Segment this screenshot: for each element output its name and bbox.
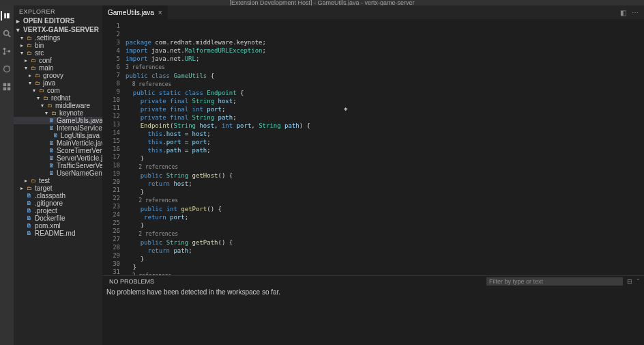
svg-rect-8 xyxy=(3,83,6,86)
tree-item-label: target xyxy=(35,184,53,192)
tree-item-label: Dockerfile xyxy=(35,215,65,222)
tab-label: GameUtils.java xyxy=(108,9,154,16)
tree-item-label: ServerVerticle.java xyxy=(57,154,102,162)
tree-item-label: TrafficServerVertl… xyxy=(57,162,102,169)
file-icon: 🗎 xyxy=(49,163,55,169)
tree-folder[interactable]: ▾🗀.settings xyxy=(14,34,102,42)
problems-message: No problems have been detected in the wo… xyxy=(102,287,644,297)
tree-item-label: GameUtils.java xyxy=(57,117,102,124)
tree-item-label: groovy xyxy=(43,72,63,79)
chevron-icon: ▸ xyxy=(25,57,30,64)
tree-item-label: com xyxy=(47,87,60,94)
tree-folder[interactable]: ▾🗀middleware xyxy=(14,102,102,109)
folder-icon: 🗀 xyxy=(34,80,41,87)
chevron-icon: ▸ xyxy=(25,177,30,184)
tree-folder[interactable]: ▸🗀bin xyxy=(14,42,102,49)
project-section[interactable]: ▾ VERTX-GAME-SERVER xyxy=(14,25,102,34)
activity-bar xyxy=(0,5,14,345)
folder-icon: 🗀 xyxy=(46,102,53,109)
debug-icon[interactable] xyxy=(2,64,12,74)
svg-point-6 xyxy=(8,50,11,53)
tree-file[interactable]: 🗎ScoreTimerVerticl… xyxy=(14,147,102,154)
tree-file[interactable]: 🗎Dockerfile xyxy=(14,215,102,222)
tree-file[interactable]: 🗎TrafficServerVertl… xyxy=(14,162,102,169)
chevron-down-icon: ▾ xyxy=(16,27,22,33)
folder-icon: 🗀 xyxy=(30,57,37,64)
mouse-cursor-icon: ⌖ xyxy=(344,105,348,113)
tree-file[interactable]: 🗎README.md xyxy=(14,230,102,237)
chevron-icon: ▾ xyxy=(20,34,26,42)
problems-tab[interactable]: NO PROBLEMS xyxy=(106,277,157,286)
editor-tab[interactable]: GameUtils.java × xyxy=(102,5,169,19)
close-panel-icon[interactable]: ˅ xyxy=(636,278,640,285)
source-control-icon[interactable] xyxy=(2,46,12,56)
tree-item-label: MainVerticle.java xyxy=(57,139,102,147)
tree-file[interactable]: 🗎.project xyxy=(14,207,102,215)
tree-item-label: README.md xyxy=(35,230,75,237)
tree-item-label: LogUtils.java xyxy=(61,132,100,139)
tree-item-label: java xyxy=(43,79,55,87)
svg-rect-11 xyxy=(8,87,10,90)
editor-area: GameUtils.java × ◧ ⋯ 1234567891011121314… xyxy=(102,5,644,345)
tree-folder[interactable]: ▾🗀main xyxy=(14,64,102,72)
tree-file[interactable]: 🗎.gitignore xyxy=(14,199,102,207)
explorer-icon[interactable] xyxy=(1,11,10,20)
svg-point-5 xyxy=(3,53,6,55)
tree-file[interactable]: 🗎.classpath xyxy=(14,192,102,199)
close-icon[interactable]: × xyxy=(158,9,162,16)
tree-file[interactable]: 🗎LogUtils.java xyxy=(14,132,102,139)
folder-icon: 🗀 xyxy=(26,35,33,42)
problems-panel: NO PROBLEMS ⊟ ˅ No problems have been de… xyxy=(102,275,644,345)
tree-folder[interactable]: ▾🗀com xyxy=(14,87,102,94)
folder-icon: 🗀 xyxy=(26,185,33,192)
chevron-icon: ▸ xyxy=(29,72,34,79)
tab-row: GameUtils.java × ◧ ⋯ xyxy=(102,5,644,19)
tree-item-label: .classpath xyxy=(35,192,65,199)
chevron-right-icon: ▸ xyxy=(16,18,22,25)
open-editors-section[interactable]: ▸ OPEN EDITORS xyxy=(14,16,102,25)
folder-icon: 🗀 xyxy=(30,178,37,184)
tree-folder[interactable]: ▸🗀target xyxy=(14,184,102,192)
tree-folder[interactable]: ▸🗀conf xyxy=(14,57,102,64)
chevron-icon: ▾ xyxy=(41,102,46,109)
file-icon: 🗎 xyxy=(26,215,33,222)
tree-item-label: redhat xyxy=(51,94,70,102)
folder-icon: 🗀 xyxy=(26,50,33,57)
folder-icon: 🗀 xyxy=(42,95,49,102)
filter-input[interactable] xyxy=(486,277,623,286)
tree-file[interactable]: 🗎GameUtils.java xyxy=(14,117,102,124)
svg-rect-10 xyxy=(3,87,6,90)
tree-folder[interactable]: ▸🗀test xyxy=(14,177,102,184)
tree-item-label: middleware xyxy=(55,102,90,109)
tree-file[interactable]: 🗎InternalServiceVer… xyxy=(14,124,102,132)
file-icon: 🗎 xyxy=(49,118,55,124)
extensions-icon[interactable] xyxy=(2,82,12,92)
collapse-icon[interactable]: ⊟ xyxy=(627,278,632,285)
code-editor[interactable]: package com.redhat.middleware.keynote;im… xyxy=(126,19,644,275)
tree-item-label: conf xyxy=(39,57,52,64)
more-icon[interactable]: ⋯ xyxy=(632,9,639,16)
split-editor-icon[interactable]: ◧ xyxy=(620,9,626,16)
tree-file[interactable]: 🗎ServerVerticle.java xyxy=(14,154,102,162)
file-icon: 🗎 xyxy=(26,193,33,199)
chevron-icon: ▸ xyxy=(20,42,26,49)
tree-file[interactable]: 🗎MainVerticle.java xyxy=(14,139,102,147)
tree-folder[interactable]: ▾🗀keynote xyxy=(14,109,102,117)
file-icon: 🗎 xyxy=(53,133,59,139)
file-icon: 🗎 xyxy=(49,170,55,177)
tree-folder[interactable]: ▾🗀src xyxy=(14,49,102,57)
tree-folder[interactable]: ▸🗀groovy xyxy=(14,72,102,79)
folder-icon: 🗀 xyxy=(38,87,45,94)
folder-icon: 🗀 xyxy=(26,42,33,49)
tree-folder[interactable]: ▾🗀redhat xyxy=(14,94,102,102)
window-titlebar: [Extension Development Host] - GameUtils… xyxy=(0,0,644,5)
tree-folder[interactable]: ▾🗀java xyxy=(14,79,102,87)
file-icon: 🗎 xyxy=(26,223,33,230)
svg-point-4 xyxy=(3,48,6,51)
tree-file[interactable]: 🗎UserNameGenerat… xyxy=(14,169,102,177)
file-icon: 🗎 xyxy=(49,155,55,162)
tree-file[interactable]: 🗎pom.xml xyxy=(14,222,102,230)
search-icon[interactable] xyxy=(2,29,12,38)
file-icon: 🗎 xyxy=(26,200,33,207)
folder-icon: 🗀 xyxy=(50,110,57,117)
